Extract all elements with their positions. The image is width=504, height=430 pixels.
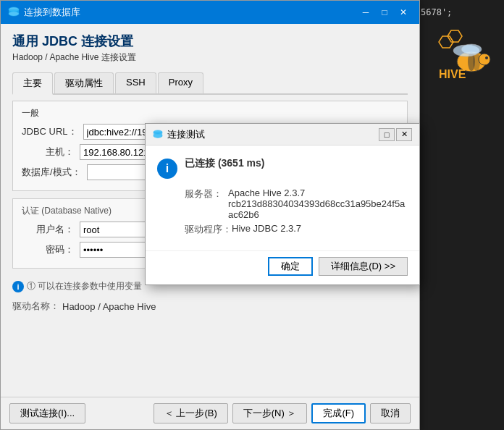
tab-main[interactable]: 主要: [12, 72, 53, 95]
prev-button[interactable]: ＜ 上一步(B): [154, 403, 228, 423]
bottom-right: ＜ 上一步(B) 下一步(N) ＞ 完成(F) 取消: [154, 403, 411, 423]
popup-title-left: 连接测试: [153, 128, 205, 141]
tab-driver[interactable]: 驱动属性: [54, 72, 114, 93]
svg-point-13: [9, 12, 19, 16]
db-label: 数据库/模式：: [22, 166, 87, 179]
server-detail-label: 服务器：: [185, 187, 228, 220]
popup-actions: 确定 详细信息(D) >>: [146, 250, 419, 284]
driver-detail-value: Hive JDBC 2.3.7: [232, 223, 301, 236]
hive-logo: HIVE: [432, 29, 497, 83]
popup-details: 服务器： Apache Hive 2.3.7 rcb213d8830403439…: [185, 187, 408, 236]
tab-proxy[interactable]: Proxy: [158, 72, 203, 93]
svg-text:HIVE: HIVE: [439, 68, 466, 80]
finish-button[interactable]: 完成(F): [311, 403, 366, 423]
username-label: 用户名：: [22, 223, 80, 236]
popup-title-text: 连接测试: [167, 128, 205, 141]
svg-point-7: [461, 44, 482, 54]
server-detail-row: 服务器： Apache Hive 2.3.7 rcb213d8830403439…: [185, 187, 408, 220]
svg-point-5: [485, 56, 488, 59]
popup-db-icon: [153, 130, 163, 140]
popup-title-controls: □ ✕: [379, 128, 412, 141]
server-detail-value: Apache Hive 2.3.7 rcb213d88304034393d68c…: [228, 187, 408, 220]
info-icon: i: [12, 281, 24, 292]
popup-dialog: 连接测试 □ ✕ i 已连接 (3651 ms) 服务器： Apache Hiv…: [145, 123, 420, 285]
title-bar: 连接到数据库 ─ □ ✕: [1, 1, 419, 24]
sub-title: Hadoop / Apache Hive 连接设置: [12, 51, 408, 64]
popup-ok-button[interactable]: 确定: [268, 257, 313, 276]
driver-name-label: 驱动名称：: [12, 300, 59, 313]
db-icon: [8, 7, 20, 18]
host-label: 主机：: [22, 146, 80, 159]
status-info-icon: i: [157, 159, 177, 179]
popup-status-row: i 已连接 (3651 ms): [157, 157, 408, 179]
popup-title-bar: 连接测试 □ ✕: [146, 124, 419, 146]
svg-point-4: [479, 54, 490, 65]
title-bar-left: 连接到数据库: [8, 6, 80, 19]
next-button[interactable]: 下一步(N) ＞: [232, 403, 308, 423]
svg-point-16: [154, 134, 162, 138]
title-text: 连接到数据库: [24, 6, 80, 19]
driver-name-value: Hadoop / Apache Hive: [62, 301, 156, 312]
popup-close-button[interactable]: ✕: [396, 128, 412, 141]
info-text-label: ① 可以在连接参数中使用变量: [27, 280, 142, 292]
driver-detail-row: 驱动程序： Hive JDBC 2.3.7: [185, 223, 408, 236]
title-controls: ─ □ ✕: [357, 5, 412, 20]
dialog-header: 通用 JDBC 连接设置 Hadoop / Apache Hive 连接设置: [12, 33, 408, 64]
driver-detail-label: 驱动程序：: [185, 223, 232, 236]
jdbc-label: JDBC URL：: [22, 125, 83, 138]
popup-status-text: 已连接 (3651 ms): [185, 157, 264, 170]
test-connection-button[interactable]: 测试连接(I)...: [9, 403, 85, 423]
bottom-left: 测试连接(I)...: [9, 403, 85, 423]
tabs-bar: 主要 驱动属性 SSH Proxy: [12, 72, 408, 95]
popup-details-button[interactable]: 详细信息(D) >>: [319, 257, 408, 276]
popup-content: i 已连接 (3651 ms) 服务器： Apache Hive 2.3.7 r…: [146, 146, 419, 250]
password-label: 密码：: [22, 243, 80, 256]
popup-maximize-button[interactable]: □: [379, 128, 395, 141]
general-section-title: 一般: [22, 107, 398, 119]
code-text: 5678';: [421, 7, 452, 17]
cancel-button[interactable]: 取消: [370, 403, 411, 423]
bottom-bar: 测试连接(I)... ＜ 上一步(B) 下一步(N) ＞ 完成(F) 取消: [1, 397, 419, 429]
minimize-button[interactable]: ─: [357, 5, 374, 20]
hive-logo-area: HIVE: [432, 29, 497, 85]
tab-ssh[interactable]: SSH: [115, 72, 156, 93]
close-button[interactable]: ✕: [395, 5, 412, 20]
main-title: 通用 JDBC 连接设置: [12, 33, 408, 50]
driver-row: 驱动名称： Hadoop / Apache Hive: [12, 300, 408, 313]
maximize-button[interactable]: □: [376, 5, 393, 20]
